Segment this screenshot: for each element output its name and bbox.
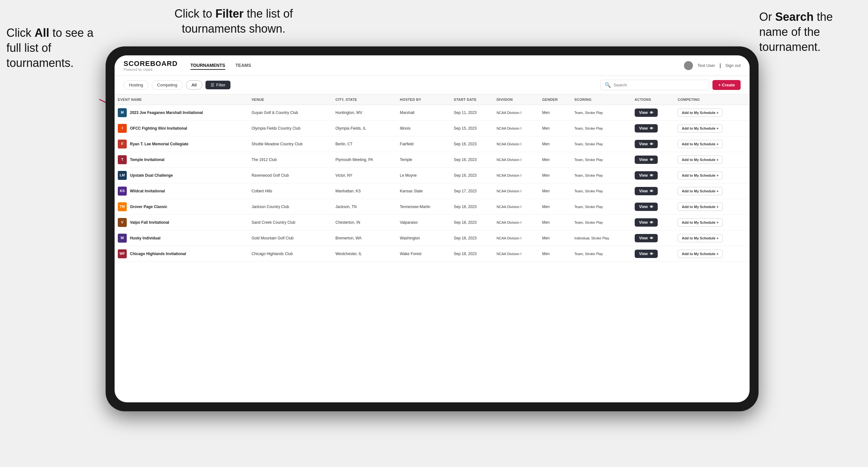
view-button[interactable]: View 👁 <box>635 187 658 195</box>
division-cell: NCAA Division I <box>493 230 539 246</box>
add-to-schedule-button[interactable]: Add to My Schedule + <box>678 250 723 258</box>
competing-cell: Add to My Schedule + <box>674 183 750 199</box>
view-button[interactable]: View 👁 <box>635 234 658 242</box>
hosted-by-cell: Wake Forest <box>397 246 451 262</box>
venue-cell: Chicago Highlands Club <box>248 246 332 262</box>
start-date-cell: Sep 18, 2023 <box>451 246 494 262</box>
actions-cell: View 👁 <box>631 183 675 199</box>
view-button[interactable]: View 👁 <box>635 124 658 132</box>
table-row: KS Wildcat Invitational Colbert Hills Ma… <box>115 183 750 199</box>
division-cell: NCAA Division I <box>493 246 539 262</box>
venue-cell: Gold Mountain Golf Club <box>248 230 332 246</box>
city-state-cell: Chesterton, IN <box>332 215 397 230</box>
event-name: Valpo Fall Invitational <box>130 220 169 225</box>
event-cell: V Valpo Fall Invitational <box>118 218 245 227</box>
col-scoring: SCORING <box>571 94 631 105</box>
table-row: WF Chicago Highlands Invitational Chicag… <box>115 246 750 262</box>
team-logo: M <box>118 108 127 117</box>
view-button[interactable]: View 👁 <box>635 218 658 227</box>
col-division: DIVISION <box>493 94 539 105</box>
add-to-schedule-button[interactable]: Add to My Schedule + <box>678 156 723 164</box>
col-city-state: CITY, STATE <box>332 94 397 105</box>
competing-filter-btn[interactable]: Competing <box>152 80 183 90</box>
sign-out-link[interactable]: Sign out <box>725 63 741 68</box>
gender-cell: Men <box>539 183 571 199</box>
add-schedule-label: Add to My Schedule + <box>682 174 718 177</box>
venue-cell: Colbert Hills <box>248 183 332 199</box>
filter-btn[interactable]: ☰ Filter <box>206 81 231 89</box>
add-schedule-label: Add to My Schedule + <box>682 142 718 146</box>
separator: | <box>719 63 721 68</box>
division-cell: NCAA Division I <box>493 121 539 136</box>
nav-tabs: TOURNAMENTS TEAMS <box>190 61 251 70</box>
col-event-name: EVENT NAME <box>115 94 248 105</box>
add-to-schedule-button[interactable]: Add to My Schedule + <box>678 187 723 195</box>
table-row: F Ryan T. Lee Memorial Collegiate Shuttl… <box>115 136 750 152</box>
actions-cell: View 👁 <box>631 246 675 262</box>
division-cell: NCAA Division I <box>493 199 539 215</box>
team-logo: LM <box>118 171 127 180</box>
header-right: Test User | Sign out <box>684 61 741 70</box>
event-name-cell: M 2023 Joe Feaganes Marshall Invitationa… <box>115 105 248 121</box>
start-date-cell: Sep 18, 2023 <box>451 199 494 215</box>
view-button[interactable]: View 👁 <box>635 156 658 164</box>
team-logo: TM <box>118 202 127 211</box>
view-label: View <box>639 252 648 256</box>
view-button[interactable]: View 👁 <box>635 250 658 258</box>
scoring-cell: Team, Stroke Play <box>571 121 631 136</box>
view-button[interactable]: View 👁 <box>635 171 658 180</box>
hosted-by-cell: Tennessee-Martin <box>397 199 451 215</box>
add-to-schedule-button[interactable]: Add to My Schedule + <box>678 124 723 132</box>
add-to-schedule-button[interactable]: Add to My Schedule + <box>678 234 723 242</box>
event-cell: TM Grover Page Classic <box>118 202 245 211</box>
eye-icon: 👁 <box>650 236 653 240</box>
add-schedule-label: Add to My Schedule + <box>682 189 718 193</box>
col-competing: COMPETING <box>674 94 750 105</box>
hosting-filter-btn[interactable]: Hosting <box>124 80 149 90</box>
gender-cell: Men <box>539 246 571 262</box>
event-name-cell: T Temple Invitational <box>115 152 248 168</box>
all-filter-btn[interactable]: All <box>186 80 202 90</box>
event-name: Ryan T. Lee Memorial Collegiate <box>130 142 188 147</box>
event-name-cell: LM Upstate Dual Challenge <box>115 168 248 183</box>
competing-cell: Add to My Schedule + <box>674 136 750 152</box>
add-to-schedule-button[interactable]: Add to My Schedule + <box>678 140 723 148</box>
view-button[interactable]: View 👁 <box>635 140 658 148</box>
event-name: OFCC Fighting Illini Invitational <box>130 126 187 131</box>
filter-icon: ☰ <box>211 83 214 87</box>
add-to-schedule-button[interactable]: Add to My Schedule + <box>678 108 723 117</box>
division-cell: NCAA Division I <box>493 215 539 230</box>
hosted-by-cell: Illinois <box>397 121 451 136</box>
division-cell: NCAA Division I <box>493 152 539 168</box>
app-header: SCOREBOARD Powered by clippd TOURNAMENTS… <box>115 55 750 76</box>
eye-icon: 👁 <box>650 158 653 162</box>
gender-cell: Men <box>539 121 571 136</box>
search-input[interactable] <box>614 83 705 87</box>
division-cell: NCAA Division I <box>493 168 539 183</box>
scoring-cell: Team, Stroke Play <box>571 136 631 152</box>
nav-tab-tournaments[interactable]: TOURNAMENTS <box>190 61 225 70</box>
start-date-cell: Sep 18, 2023 <box>451 230 494 246</box>
add-to-schedule-button[interactable]: Add to My Schedule + <box>678 218 723 227</box>
start-date-cell: Sep 18, 2023 <box>451 215 494 230</box>
eye-icon: 👁 <box>650 205 653 209</box>
col-gender: GENDER <box>539 94 571 105</box>
filters-bar: Hosting Competing All ☰ Filter 🔍 + Creat… <box>115 76 750 94</box>
create-btn[interactable]: + Create <box>712 80 741 90</box>
logo-title: SCOREBOARD <box>124 60 178 68</box>
add-to-schedule-button[interactable]: Add to My Schedule + <box>678 203 723 211</box>
hosted-by-cell: Le Moyne <box>397 168 451 183</box>
gender-cell: Men <box>539 136 571 152</box>
view-label: View <box>639 157 648 162</box>
event-name-cell: W Husky Individual <box>115 230 248 246</box>
view-button[interactable]: View 👁 <box>635 203 658 211</box>
annotation-topcenter: Click to Filter the list of tournaments … <box>154 6 314 36</box>
add-to-schedule-button[interactable]: Add to My Schedule + <box>678 171 723 180</box>
avatar <box>684 61 693 70</box>
hosted-by-cell: Washington <box>397 230 451 246</box>
view-button[interactable]: View 👁 <box>635 108 658 117</box>
event-name-cell: WF Chicago Highlands Invitational <box>115 246 248 262</box>
nav-tab-teams[interactable]: TEAMS <box>236 61 251 70</box>
city-state-cell: Manhattan, KS <box>332 183 397 199</box>
city-state-cell: Olympia Fields, IL <box>332 121 397 136</box>
